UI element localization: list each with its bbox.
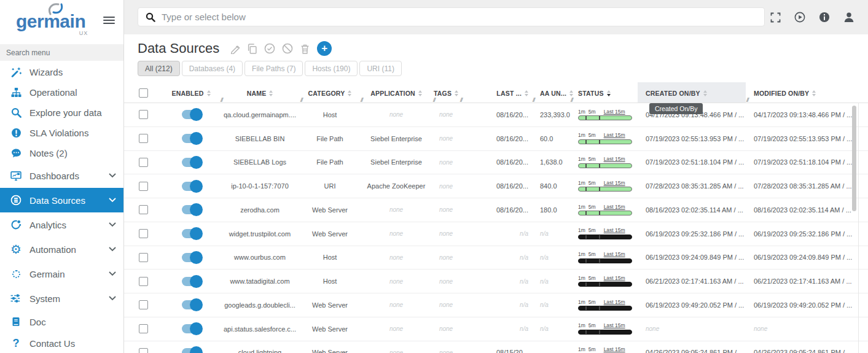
germain-logo[interactable]: germain UX [16, 12, 85, 31]
play-button[interactable] [794, 12, 805, 23]
status-sparkline[interactable]: 1m5mLast 15m [578, 109, 632, 120]
user-button[interactable] [843, 12, 854, 23]
modified-cell: 04/26/2023 09:05:24.861 PM / ... [746, 341, 868, 353]
table-row[interactable]: qa.cloud.germainapm.... Host none none 0… [124, 103, 868, 127]
search-icon [146, 12, 155, 22]
column-header-modified[interactable]: MODIFIED ON/BY// [746, 82, 868, 103]
sidebar-item-data-sources[interactable]: Data Sources [0, 188, 123, 212]
table-row[interactable]: widget.trustpilot.com Web Server none no… [124, 222, 868, 246]
row-checkbox[interactable] [139, 324, 148, 333]
column-header-application[interactable]: APPLICATION// [360, 82, 432, 103]
status-sparkline[interactable]: 1m5mLast 15m [578, 323, 632, 334]
sidebar-item-notes[interactable]: Notes (2) [0, 143, 123, 163]
sidebar-item-contact-us[interactable]: ? Contact Us [0, 333, 123, 353]
column-header-tags[interactable]: TAGS// [432, 82, 459, 103]
enabled-toggle[interactable] [182, 253, 201, 262]
table-row[interactable]: SIEBELLAB BIN File Path Siebel Enterpris… [124, 127, 868, 151]
sidebar-item-automation[interactable]: ⚙ Automation [0, 237, 123, 262]
name-cell: ...cloud.lightning... [220, 341, 300, 353]
column-header-aa[interactable]: AA UN...// [532, 82, 570, 103]
sidebar-item-wizards[interactable]: Wizards [0, 62, 123, 82]
row-checkbox[interactable] [139, 348, 148, 353]
tab-uri[interactable]: URI (11) [359, 61, 401, 76]
add-data-source-button[interactable]: + [317, 41, 332, 56]
column-header-last[interactable]: LAST ...// [459, 82, 532, 103]
enabled-toggle[interactable] [182, 182, 201, 191]
column-header-created[interactable]: CREATED ON/BY// [638, 82, 746, 103]
column-header-category[interactable]: CATEGORY// [300, 82, 360, 103]
column-header-name[interactable]: NAME// [220, 82, 300, 103]
status-sparkline[interactable]: 1m5mLast 15m [578, 347, 632, 353]
table-row[interactable]: ...cloud.lightning... Web Server none no… [124, 341, 868, 353]
status-sparkline[interactable]: 1m5mLast 15m [578, 276, 632, 287]
row-checkbox[interactable] [139, 134, 148, 143]
hamburger-menu-icon[interactable] [103, 15, 115, 26]
table-row[interactable]: SIEBELLAB Logs File Path Siebel Enterpri… [124, 151, 868, 175]
status-sparkline[interactable]: 1m5mLast 15m [578, 180, 632, 192]
aa-cell: n/a [532, 246, 570, 270]
sidebar-item-explore-your-data[interactable]: Explore your data [0, 103, 123, 123]
copy-button[interactable] [247, 44, 257, 54]
tags-cell: none [432, 198, 459, 222]
delete-button[interactable] [300, 44, 310, 54]
row-checkbox[interactable] [139, 229, 148, 238]
table-row[interactable]: zerodha.com Web Server none none 08/16/2… [124, 198, 868, 222]
row-checkbox[interactable] [139, 253, 148, 262]
status-sparkline[interactable]: 1m5mLast 15m [578, 228, 632, 239]
row-checkbox[interactable] [139, 110, 148, 119]
row-checkbox[interactable] [139, 205, 148, 214]
category-cell: File Path [300, 151, 360, 174]
row-checkbox[interactable] [139, 277, 148, 286]
sidebar-item-system[interactable]: System [0, 286, 123, 311]
column-header-status[interactable]: STATUS// [570, 82, 638, 103]
sidebar-item-operational[interactable]: Operational [0, 82, 123, 103]
fullscreen-button[interactable] [770, 12, 781, 23]
enabled-toggle[interactable] [182, 134, 201, 143]
info-button[interactable] [819, 12, 830, 23]
disable-button[interactable] [282, 43, 293, 54]
enabled-toggle[interactable] [182, 110, 201, 119]
analytics-icon [9, 219, 23, 230]
status-sparkline[interactable]: 1m5mLast 15m [578, 204, 632, 215]
column-header-enabled[interactable]: ENABLED// [162, 82, 220, 103]
enabled-toggle[interactable] [182, 348, 201, 353]
enabled-toggle[interactable] [182, 205, 201, 214]
table-row[interactable]: ip-10-0-1-157:7070 URI Apache ZooKeeper … [124, 174, 868, 198]
enabled-toggle[interactable] [182, 277, 201, 286]
tab-file-paths[interactable]: File Paths (7) [244, 61, 303, 76]
enabled-cell [162, 198, 220, 222]
user-icon [843, 12, 854, 23]
scrollbar-thumb[interactable] [852, 106, 856, 211]
global-search-input[interactable] [162, 12, 757, 22]
table-row[interactable]: www.tatadigital.com Host none none n/a n… [124, 270, 868, 293]
row-checkbox[interactable] [139, 300, 148, 309]
tab-databases[interactable]: Databases (4) [182, 61, 243, 76]
status-label-1m: 1m [578, 133, 585, 138]
sidebar-item-sla-violations[interactable]: SLA Violations [0, 123, 123, 143]
status-sparkline[interactable]: 1m5mLast 15m [578, 252, 632, 263]
row-checkbox[interactable] [139, 158, 148, 167]
table-row[interactable]: www.ourbus.com Host none none n/a n/a 1m… [124, 246, 868, 270]
sidebar-item-analytics[interactable]: Analytics [0, 212, 123, 237]
sidebar-search-input[interactable] [0, 44, 123, 61]
enabled-toggle[interactable] [182, 158, 201, 167]
row-checkbox[interactable] [139, 182, 148, 191]
enabled-toggle[interactable] [182, 300, 201, 309]
table-row[interactable]: api.status.salesforce.c... Web Server no… [124, 317, 868, 341]
enable-button[interactable] [264, 43, 275, 54]
edit-button[interactable] [230, 44, 240, 54]
select-all-checkbox[interactable] [139, 88, 148, 98]
status-sparkline[interactable]: 1m5mLast 15m [578, 157, 632, 168]
status-sparkline[interactable]: 1m5mLast 15m [578, 133, 632, 144]
modified-cell: none [746, 317, 868, 341]
tab-all[interactable]: All (212) [138, 61, 180, 76]
enabled-toggle[interactable] [182, 324, 201, 333]
table-row[interactable]: googleads.g.doublecli... Web Server none… [124, 293, 868, 317]
enabled-toggle[interactable] [182, 229, 201, 238]
global-search[interactable] [138, 7, 765, 26]
sidebar-item-doc[interactable]: Doc [0, 311, 123, 333]
sidebar-item-dashboards[interactable]: Dashboards [0, 163, 123, 188]
tab-hosts[interactable]: Hosts (190) [305, 61, 358, 76]
status-sparkline[interactable]: 1m5mLast 15m [578, 300, 632, 311]
sidebar-item-germain[interactable]: Germain [0, 262, 123, 286]
